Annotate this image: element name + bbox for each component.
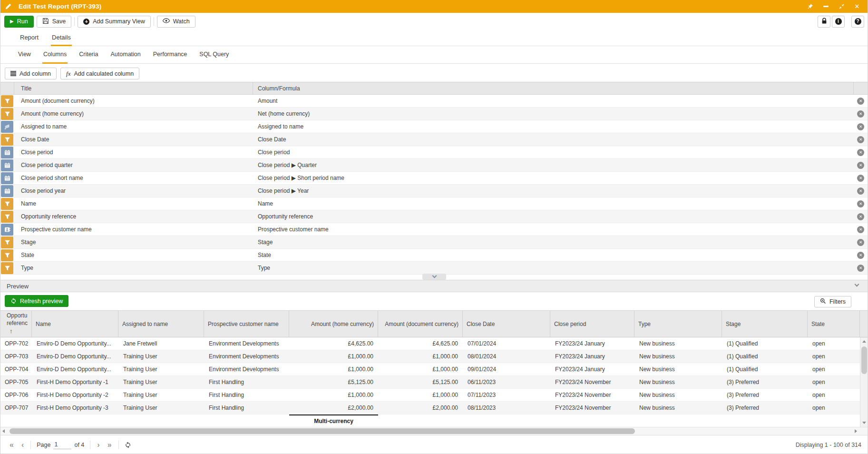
grid-cell: 07/01/2024 [463,337,550,350]
filter-icon [1,198,13,210]
run-button[interactable]: ▶ Run [4,16,34,28]
vertical-scrollbar[interactable] [860,337,868,427]
grid-row[interactable]: OPP-706First-H Demo Opportunity -2Traini… [0,389,868,402]
page-input[interactable] [53,440,71,449]
tab-automation[interactable]: Automation [110,46,142,64]
first-page-button[interactable]: « [10,441,14,449]
remove-column-button[interactable]: ✕ [853,200,868,207]
remove-column-button[interactable]: ✕ [853,175,868,182]
next-page-button[interactable]: › [97,441,99,449]
remove-icon: ✕ [857,188,864,195]
minimize-icon[interactable] [822,3,829,10]
lock-button[interactable] [818,16,830,28]
grid-cell: Jane Fretwell [118,337,204,350]
save-button[interactable]: Save [37,16,72,28]
filters-button[interactable]: Filters [814,296,851,307]
column-row[interactable]: NameName✕ [0,197,868,210]
remove-column-button[interactable]: ✕ [853,213,868,220]
remove-column-button[interactable]: ✕ [853,265,868,272]
grid-header-cell[interactable]: Prospective customer name [204,311,289,337]
pin-icon[interactable] [806,3,814,10]
collapse-preview-icon[interactable] [855,282,859,287]
grid-header-cell[interactable]: Name [32,311,118,337]
remove-column-button[interactable]: ✕ [853,252,868,259]
column-title-cell: Assigned to name [13,123,253,130]
contact-card-icon [1,224,13,236]
grid-cell: OPP-702 [0,337,32,350]
add-summary-view-button[interactable]: + Add Summary View [78,16,151,28]
add-calculated-column-button[interactable]: fx Add calculated column [60,68,139,79]
grid-row[interactable]: OPP-702Enviro-D Demo Opportunity...Jane … [0,337,868,350]
column-row[interactable]: StateState✕ [0,249,868,262]
tab-report[interactable]: Report [19,30,39,46]
scroll-left-icon[interactable] [2,429,5,433]
grid-row[interactable]: OPP-705First-H Demo Opportunity -1Traini… [0,376,868,389]
title-column-header[interactable]: Title [14,82,253,94]
restore-icon[interactable] [838,3,845,10]
tab-columns[interactable]: Columns [42,46,68,64]
scroll-up-icon[interactable] [862,340,866,343]
remove-column-button[interactable]: ✕ [853,98,868,105]
grid-cell: £2,000.00 [378,402,463,414]
remove-column-button[interactable]: ✕ [853,149,868,156]
grid-row[interactable]: OPP-703Enviro-D Demo Opportunity...Train… [0,350,868,363]
remove-column-button[interactable]: ✕ [853,188,868,195]
grid-row[interactable]: OPP-704Enviro-D Demo Opportunity...Train… [0,363,868,376]
grid-cell: FY2023/24 November [550,389,634,401]
close-icon[interactable]: ✕ [853,3,861,10]
remove-column-button[interactable]: ✕ [853,123,868,130]
column-row[interactable]: TypeType✕ [0,262,868,275]
column-row[interactable]: Opportunity referenceOpportunity referen… [0,210,868,223]
tab-view[interactable]: View [17,46,32,64]
grid-header-cell[interactable]: Amount (document currency) [378,311,463,337]
vertical-scroll-thumb[interactable] [861,346,867,374]
column-row[interactable]: StageStage✕ [0,236,868,249]
tab-sql-query[interactable]: SQL Query [198,46,230,64]
column-row[interactable]: Amount (document currency)Amount✕ [0,95,868,108]
last-page-button[interactable]: » [107,441,112,449]
panel-splitter-handle[interactable] [422,274,446,280]
horizontal-scroll-thumb[interactable] [10,428,635,434]
column-row[interactable]: Close period short nameClose period ▶ Sh… [0,172,868,185]
formula-column-header[interactable]: Column/Formula [253,82,853,94]
refresh-preview-button[interactable]: Refresh preview [5,295,68,307]
column-row[interactable]: Close period yearClose period ▶ Year✕ [0,185,868,197]
refresh-preview-label: Refresh preview [20,298,63,305]
remove-column-button[interactable]: ✕ [853,239,868,246]
add-column-button[interactable]: Add column [5,68,57,79]
grid-header-cell[interactable]: Opportu referenc↑ [0,311,32,337]
grid-header-cell[interactable]: Stage [722,311,808,337]
scroll-down-icon[interactable] [862,422,866,424]
column-row[interactable]: Close period quarterClose period ▶ Quart… [0,159,868,172]
refresh-page-button[interactable] [125,442,131,448]
column-row[interactable]: Close DateClose Date✕ [0,133,868,146]
column-formula-cell: Type [253,265,853,271]
column-row[interactable]: Assigned to nameAssigned to name✕ [0,120,868,133]
remove-column-button[interactable]: ✕ [853,136,868,143]
scroll-right-icon[interactable] [855,429,857,433]
info-button[interactable]: i [832,16,845,28]
remove-icon: ✕ [857,175,864,182]
watch-button[interactable]: Watch [157,16,195,28]
tab-details[interactable]: Details [51,30,72,46]
tab-performance[interactable]: Performance [152,46,188,64]
column-row[interactable]: Close periodClose period✕ [0,146,868,159]
grid-header-cell[interactable]: State [808,311,860,337]
help-button[interactable]: ? [851,16,864,28]
horizontal-scrollbar[interactable] [0,427,868,435]
column-row[interactable]: Prospective customer nameProspective cus… [0,223,868,236]
grid-row[interactable]: OPP-707First-H Demo Opportunity -3Traini… [0,402,868,415]
grid-header-cell[interactable]: Type [634,311,722,337]
grid-header-cell[interactable]: Close period [550,311,634,337]
grid-header-cell[interactable]: Assigned to name [118,311,204,337]
tab-criteria[interactable]: Criteria [78,46,99,64]
columns-table: Title Column/Formula Amount (document cu… [0,82,868,275]
fx-icon: fx [66,70,70,78]
remove-column-button[interactable]: ✕ [853,226,868,233]
grid-header-cell[interactable]: Close Date [463,311,550,337]
remove-column-button[interactable]: ✕ [853,110,868,118]
grid-header-cell[interactable]: Amount (home currency) [289,311,378,337]
prev-page-button[interactable]: ‹ [21,441,24,449]
remove-column-button[interactable]: ✕ [853,162,868,169]
column-row[interactable]: Amount (home currency)Net (home currency… [0,108,868,120]
